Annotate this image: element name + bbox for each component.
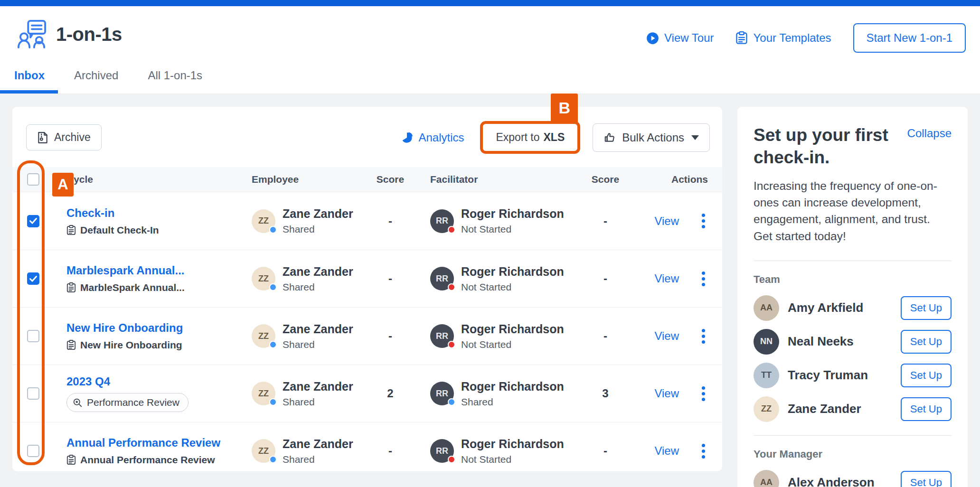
row-checkbox[interactable] [27, 330, 39, 342]
facilitator-status: Not Started [461, 454, 564, 465]
your-templates-link[interactable]: Your Templates [735, 31, 831, 45]
facilitator-name: Roger Richardson [461, 380, 564, 393]
setup-checkin-panel: Set up your first check-in. Collapse Inc… [737, 107, 968, 487]
divider [754, 435, 952, 436]
callout-badge-a: A [52, 173, 74, 197]
avatar: AA [754, 295, 779, 321]
status-dot-not-started [448, 456, 455, 463]
kebab-menu-icon[interactable] [700, 384, 707, 403]
view-link[interactable]: View [654, 387, 679, 400]
select-all-checkbox[interactable] [27, 173, 39, 186]
collapse-link[interactable]: Collapse [907, 127, 952, 169]
status-dot-not-started [448, 226, 455, 234]
facilitator-status: Not Started [461, 224, 564, 235]
team-member-row: ZZ Zane Zander Set Up [754, 396, 952, 422]
top-accent-bar [0, 0, 980, 6]
facilitator-status: Not Started [461, 339, 564, 350]
table-row: 2023 Q4 Performance Review ZZ Zane Zande… [12, 365, 722, 422]
template-label: MarbleSpark Annual... [80, 282, 185, 293]
kebab-menu-icon[interactable] [700, 442, 707, 460]
inbox-table-card: Archive Analytics B Export to XLS [12, 107, 722, 471]
clipboard-icon [66, 455, 76, 465]
employee-name: Zane Zander [283, 380, 353, 393]
col-header-cycle: Cycle [54, 174, 252, 185]
set-up-button[interactable]: Set Up [901, 471, 952, 487]
member-name: Tracy Truman [788, 368, 892, 383]
avatar: RR [430, 439, 454, 463]
employee-score: 2 [371, 387, 409, 400]
template-label: Annual Performance Review [80, 454, 215, 466]
cycle-link[interactable]: New Hire Onboarding [66, 321, 252, 335]
export-highlight-ring: B Export to XLS [480, 121, 580, 154]
view-link[interactable]: View [654, 444, 679, 458]
bulk-actions-button[interactable]: Bulk Actions [593, 123, 710, 152]
tab-all-1on1s[interactable]: All 1-on-1s [148, 69, 202, 94]
thumbs-up-icon [603, 131, 616, 144]
avatar: ZZ [252, 267, 275, 290]
col-header-actions: Actions [624, 174, 722, 185]
start-new-1on1-button[interactable]: Start New 1-on-1 [853, 23, 966, 53]
team-member-row: AA Amy Arkfield Set Up [754, 295, 952, 321]
set-up-button[interactable]: Set Up [901, 364, 952, 387]
facilitator-status: Shared [461, 396, 564, 408]
divider [754, 261, 952, 261]
row-checkbox[interactable] [27, 387, 39, 400]
tab-archived[interactable]: Archived [74, 69, 118, 94]
row-checkbox[interactable] [27, 272, 39, 285]
avatar: TT [754, 363, 779, 388]
row-checkbox[interactable] [27, 215, 39, 227]
archive-button[interactable]: Archive [26, 124, 102, 150]
facilitator-score: - [586, 272, 624, 285]
brand: 1-on-1s [17, 19, 122, 49]
status-dot-shared [269, 283, 277, 291]
facilitator-name: Roger Richardson [461, 322, 564, 336]
employee-status: Shared [283, 339, 353, 350]
facilitator-name: Roger Richardson [461, 437, 564, 451]
set-up-button[interactable]: Set Up [901, 296, 952, 320]
status-dot-shared [269, 341, 277, 348]
clipboard-icon [66, 225, 76, 235]
avatar: RR [430, 209, 454, 233]
export-to-xls-button[interactable]: Export to XLS [483, 124, 577, 151]
facilitator-score: - [586, 444, 624, 458]
tab-inbox[interactable]: Inbox [14, 69, 45, 94]
view-link[interactable]: View [654, 329, 679, 343]
member-name: Zane Zander [788, 402, 892, 416]
employee-score: - [371, 272, 409, 285]
col-header-facilitator: Facilitator [409, 174, 586, 185]
avatar: RR [430, 324, 454, 348]
kebab-menu-icon[interactable] [700, 212, 707, 230]
table-row: Check-in Default Check-In ZZ Zane Zander… [12, 192, 722, 250]
panel-description: Increasing the frequency of one-on-ones … [754, 178, 952, 244]
employee-status: Shared [283, 281, 353, 293]
kebab-menu-icon[interactable] [700, 270, 707, 288]
employee-name: Zane Zander [283, 437, 353, 451]
view-link[interactable]: View [654, 215, 679, 228]
template-label: New Hire Onboarding [80, 339, 182, 351]
set-up-button[interactable]: Set Up [901, 397, 952, 421]
facilitator-score: 3 [586, 387, 624, 400]
page-title: 1-on-1s [56, 24, 122, 45]
cycle-link[interactable]: 2023 Q4 [66, 375, 252, 388]
review-magnifier-icon [73, 398, 83, 408]
cycle-link[interactable]: Annual Performance Review [66, 436, 252, 450]
status-dot-shared [269, 398, 277, 406]
set-up-button[interactable]: Set Up [901, 330, 952, 354]
cycle-link[interactable]: Check-in [66, 206, 252, 220]
employee-status: Shared [283, 396, 353, 408]
status-dot-shared [269, 226, 277, 234]
cycle-link[interactable]: Marblespark Annual... [66, 264, 252, 277]
archive-file-icon [37, 131, 48, 144]
tab-bar: Inbox Archived All 1-on-1s [14, 69, 202, 94]
view-link[interactable]: View [654, 272, 679, 285]
analytics-link[interactable]: Analytics [401, 131, 464, 144]
row-checkbox[interactable] [27, 445, 39, 457]
table-row: Annual Performance Review Annual Perform… [12, 422, 722, 479]
kebab-menu-icon[interactable] [700, 327, 707, 346]
facilitator-score: - [586, 215, 624, 228]
panel-title: Set up your first check-in. [754, 124, 901, 169]
facilitator-status: Not Started [461, 281, 564, 293]
view-tour-link[interactable]: View Tour [646, 31, 714, 45]
avatar: AA [754, 470, 779, 487]
team-member-row: TT Tracy Truman Set Up [754, 363, 952, 388]
